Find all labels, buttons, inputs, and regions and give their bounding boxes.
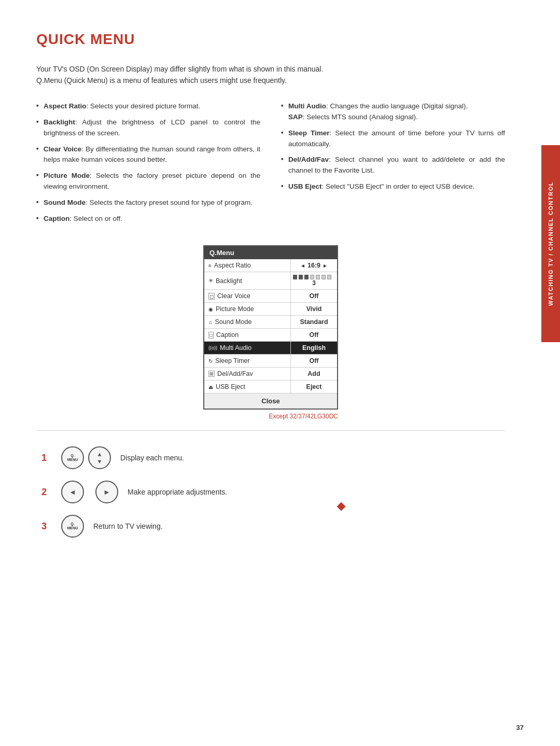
list-item: USB Eject: Select "USB Eject" in order t… [281, 181, 505, 192]
step-2-row: 2 ◄ ► Make appropriate adjustments. [36, 481, 505, 503]
picture-mode-icon: ◉ [208, 306, 213, 312]
usb-eject-value: Eject [306, 383, 322, 390]
sleep-timer-label: Sleep Timer [215, 357, 250, 364]
list-item: Aspect Ratio: Selects your desired pictu… [36, 101, 260, 112]
bar-seg [293, 275, 297, 279]
close-label: Close [261, 397, 279, 405]
qmenu-row-del-add-fav: ⊞ Del/Add/Fav Add [204, 368, 337, 381]
del-add-fav-value: Add [307, 370, 320, 377]
qmenu-value: Off [290, 329, 337, 341]
qmenu-label: ⊞ Del/Add/Fav [204, 368, 290, 380]
left-feature-list: Aspect Ratio: Selects your desired pictu… [36, 101, 260, 224]
page-title: QUICK MENU [36, 31, 505, 48]
features-right: Multi Audio: Changes the audio language … [281, 101, 505, 230]
qmenu-title: Q.Menu [204, 246, 337, 259]
list-item: Sleep Timer: Select the amount of time b… [281, 128, 505, 150]
qmenu-row-sleep-timer: ↻ Sleep Timer Off [204, 355, 337, 368]
step-1-desc: Display each menu. [120, 454, 184, 462]
qmenu-value: Add [290, 368, 337, 380]
qmenu-row-backlight: ✳ Backlight [204, 272, 337, 290]
left-arrow-icon: ◄ [69, 488, 76, 496]
side-tab-text: WATCHING TV / CHANNEL CONTROL [548, 181, 554, 306]
list-item: Sound Mode: Selects the factory preset s… [36, 198, 260, 208]
bar-seg-empty [316, 275, 320, 279]
qmenu-label: ((o)) Multi Audio [204, 342, 290, 354]
features-left: Aspect Ratio: Selects your desired pictu… [36, 101, 260, 230]
qmenu-value: English [290, 342, 337, 354]
q-menu-button-2-label: Q.MENU [67, 522, 78, 531]
sound-mode-value: Standard [300, 318, 328, 326]
right-arrow-button[interactable]: ► [95, 481, 118, 503]
step-3-icons: Q.MENU [61, 515, 84, 538]
intro-line1: Your TV's OSD (On Screen Display) may di… [36, 63, 505, 75]
bar-seg [304, 275, 309, 279]
qmenu-label: ◉ Picture Mode [204, 303, 290, 315]
features-columns: Aspect Ratio: Selects your desired pictu… [36, 101, 505, 230]
aspect-ratio-icon: ≡ [208, 263, 212, 269]
down-arrow-icon: ▼ [97, 458, 103, 465]
q-menu-button[interactable]: Q.MENU [61, 446, 84, 469]
picture-mode-label: Picture Mode [216, 305, 254, 313]
up-down-button[interactable]: ▲ ▼ [88, 446, 111, 469]
qmenu-value: Off [290, 290, 337, 302]
step-1-icons: Q.MENU ▲ ▼ [61, 446, 111, 469]
qmenu-close-button[interactable]: Close [204, 393, 337, 409]
q-menu-button-2[interactable]: Q.MENU [61, 515, 84, 538]
sound-mode-icon: ♫ [208, 319, 213, 325]
arrow-left-icon: ◄ [300, 263, 305, 269]
qmenu-label: ⏏ USB Eject [204, 381, 290, 393]
backlight-label: Backlight [216, 277, 242, 285]
qmenu-row-sound-mode: ♫ Sound Mode Standard [204, 316, 337, 329]
qmenu-value: Standard [290, 316, 337, 328]
del-add-fav-label: Del/Add/Fav [217, 370, 253, 377]
qmenu-row-caption: □ Caption Off [204, 329, 337, 342]
qmenu-box: Q.Menu ≡ Aspect Ratio ◄ 16:9 ► [203, 245, 338, 410]
qmenu-row-usb-eject: ⏏ USB Eject Eject [204, 381, 337, 393]
bar-seg-empty [310, 275, 314, 279]
step-2-number-col: 2 [36, 487, 52, 497]
caption-value: Off [309, 331, 318, 339]
divider [36, 430, 505, 431]
menu-wrapper: Q.Menu ≡ Aspect Ratio ◄ 16:9 ► [203, 245, 338, 420]
step-1-number-col: 1 [36, 453, 52, 462]
qmenu-value: Vivid [290, 303, 337, 315]
nav-arrows: ▲ ▼ [97, 451, 103, 465]
qmenu-value: ◄ 16:9 ► [290, 259, 337, 272]
backlight-bar [293, 275, 335, 279]
caption-icon: □ [208, 332, 214, 339]
caption-label: Caption [216, 331, 239, 339]
qmenu-label: ◻ Clear Voice [204, 290, 290, 302]
clear-voice-value: Off [309, 292, 318, 300]
usb-eject-label: USB Eject [216, 383, 245, 390]
list-item: Backlight: Adjust the brightness of LCD … [36, 117, 260, 139]
left-arrow-button[interactable]: ◄ [61, 481, 84, 503]
list-item: Clear Voice: By differentiating the huma… [36, 144, 260, 166]
qmenu-row-multi-audio: ((o)) Multi Audio English [204, 342, 337, 355]
clear-voice-label: Clear Voice [217, 292, 250, 300]
page-number: 37 [516, 724, 524, 731]
arrow-right-icon: ► [323, 263, 328, 269]
list-item: Del/Add/Fav: Select channel you want to … [281, 154, 505, 176]
step-3-number: 3 [41, 522, 47, 531]
up-arrow-icon: ▲ [97, 451, 103, 457]
steps-section: 1 Q.MENU ▲ ▼ Display each menu. [36, 441, 505, 559]
aspect-ratio-value: 16:9 [307, 262, 320, 269]
list-item: Multi Audio: Changes the audio language … [281, 101, 505, 123]
list-item: Picture Mode: Selects the factory preset… [36, 171, 260, 192]
del-add-fav-icon: ⊞ [208, 371, 215, 377]
qmenu-value: 3 [290, 272, 337, 289]
step-3-number-col: 3 [36, 522, 52, 531]
qmenu-row-aspect-ratio: ≡ Aspect Ratio ◄ 16:9 ► [204, 259, 337, 272]
qmenu-value: Eject [290, 381, 337, 393]
clear-voice-icon: ◻ [208, 293, 215, 300]
aspect-ratio-label: Aspect Ratio [214, 262, 251, 269]
picture-mode-value: Vivid [306, 305, 322, 313]
qmenu-label: ≡ Aspect Ratio [204, 259, 290, 272]
qmenu-row-picture-mode: ◉ Picture Mode Vivid [204, 303, 337, 316]
qmenu-label: ↻ Sleep Timer [204, 355, 290, 367]
step-2-desc: Make appropriate adjustments. [128, 488, 227, 496]
qmenu-row-clear-voice: ◻ Clear Voice Off [204, 290, 337, 303]
bar-seg [299, 275, 303, 279]
qmenu-label: ✳ Backlight [204, 275, 290, 287]
qmenu-label: □ Caption [204, 329, 290, 341]
